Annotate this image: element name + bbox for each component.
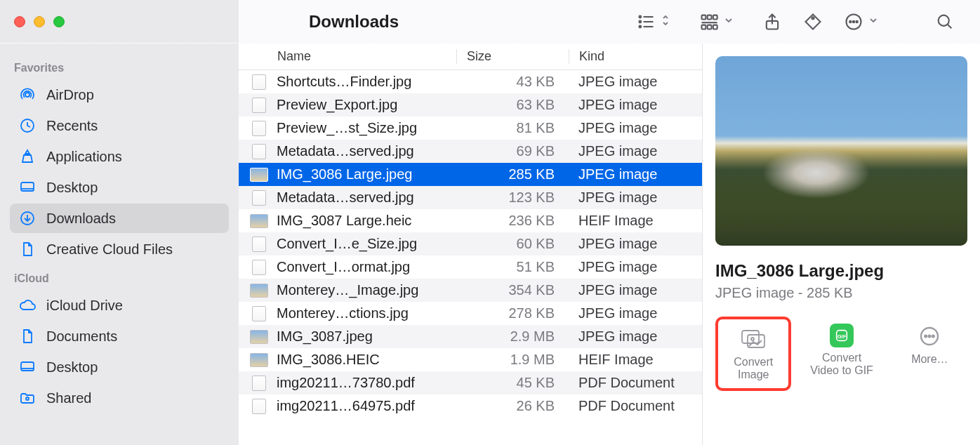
file-name: IMG_3087.jpeg [277,328,456,345]
file-size: 69 KB [456,143,569,159]
sidebar-item-documents[interactable]: Documents [10,321,229,351]
sidebar-item-label: Downloads [46,211,116,227]
sidebar-item-icloud-drive[interactable]: iCloud Drive [10,291,229,320]
svg-rect-27 [21,362,34,371]
file-kind: JPEG image [569,282,702,298]
sidebar-item-desktop[interactable]: Desktop [10,173,229,202]
file-row[interactable]: IMG_3086 Large.jpeg285 KBJPEG image [239,163,702,186]
sidebar-item-creative-cloud-files[interactable]: Creative Cloud Files [10,234,229,264]
file-name: Metadata…served.jpg [277,190,456,206]
file-name: Monterey…_Image.jpg [277,282,456,298]
traffic-light-zone [0,0,239,43]
list-view-icon [632,8,660,36]
svg-point-19 [939,15,949,25]
sidebar-item-airdrop[interactable]: AirDrop [10,80,229,109]
group-by-button[interactable] [695,8,733,36]
clock-icon [18,117,37,135]
file-row[interactable]: img20211…73780.pdf45 KBPDF Document [239,371,702,394]
file-kind: JPEG image [569,328,702,345]
sidebar-item-shared[interactable]: Shared [10,383,229,413]
file-row[interactable]: Monterey…_Image.jpg354 KBJPEG image [239,279,702,302]
sharedfolder-icon [18,389,37,407]
convert-gif-icon: GIF [830,324,854,347]
sidebar-item-label: iCloud Drive [46,298,123,314]
file-size: 63 KB [456,97,569,113]
svg-point-18 [856,20,858,22]
svg-point-4 [639,25,641,27]
file-kind: JPEG image [569,120,702,136]
preview-thumbnail[interactable] [715,56,967,246]
preview-pane: IMG_3086 Large.jpeg JPEG image - 285 KB … [703,44,980,445]
file-row[interactable]: Preview_…st_Size.jpg81 KBJPEG image [239,117,702,140]
file-row[interactable]: Convert_I…e_Size.jpg60 KBJPEG image [239,232,702,255]
svg-rect-12 [713,25,717,29]
file-list: Name Size Kind Shortcuts…Finder.jpg43 KB… [239,44,703,445]
file-size: 354 KB [456,282,569,298]
search-button[interactable] [931,8,959,36]
file-name: Monterey…ctions.jpg [277,305,456,321]
svg-point-38 [932,336,934,338]
sidebar-item-label: Recents [46,118,98,134]
sidebar-item-label: Shared [46,390,92,406]
file-icon [249,376,270,391]
more-icon [915,324,943,349]
toolbar-main: Downloads [239,0,980,43]
file-name: IMG_3087 Large.heic [277,213,456,229]
file-row[interactable]: img20211…64975.pdf26 KBPDF Document [239,394,702,418]
close-window-button[interactable] [14,16,25,27]
file-row[interactable]: Monterey…ctions.jpg278 KBJPEG image [239,302,702,325]
back-button[interactable] [260,11,268,32]
file-kind: PDF Document [569,375,702,391]
quick-action-convert-gif[interactable]: GIFConvert Video to GIF [804,317,879,384]
svg-point-21 [25,93,29,97]
column-name[interactable]: Name [277,49,456,64]
file-row[interactable]: Preview_Export.jpg63 KBJPEG image [239,93,702,117]
view-mode-button[interactable] [632,8,670,36]
file-icon [249,213,270,229]
window-controls [14,16,65,27]
file-size: 2.9 MB [456,328,569,345]
sidebar-item-applications[interactable]: Applications [10,142,229,171]
group-icon [695,8,723,36]
window-title: Downloads [309,12,399,32]
file-size: 285 KB [456,166,569,182]
file-icon [249,237,270,252]
sidebar-item-label: Creative Cloud Files [46,241,173,258]
file-row[interactable]: IMG_3087.jpeg2.9 MBJPEG image [239,325,702,348]
forward-button[interactable] [281,11,289,32]
svg-rect-6 [702,15,706,19]
tags-button[interactable] [799,8,827,36]
svg-point-16 [849,20,851,22]
file-row[interactable]: IMG_3087 Large.heic236 KBHEIF Image [239,209,702,232]
actions-button[interactable] [840,8,878,36]
file-size: 278 KB [456,305,569,321]
svg-point-2 [639,20,641,22]
file-row[interactable]: Shortcuts…Finder.jpg43 KBJPEG image [239,70,702,93]
sidebar-item-downloads[interactable]: Downloads [10,204,229,233]
cloud-icon [18,296,37,314]
column-size[interactable]: Size [456,49,569,64]
file-row[interactable]: Convert_I…ormat.jpg51 KBJPEG image [239,255,702,279]
minimize-window-button[interactable] [34,16,45,27]
zoom-window-button[interactable] [53,16,65,27]
svg-point-0 [639,15,641,18]
share-button[interactable] [758,8,786,36]
quick-actions-row: Convert ImageGIFConvert Video to GIFMore… [715,317,967,391]
sidebar-item-recents[interactable]: Recents [10,111,229,140]
quick-action-label: Convert Video to GIF [807,352,876,377]
file-size: 81 KB [456,120,569,136]
file-icon [249,399,270,414]
file-kind: PDF Document [569,398,702,414]
file-row[interactable]: IMG_3086.HEIC1.9 MBHEIF Image [239,348,702,371]
quick-action-convert-image[interactable]: Convert Image [715,317,791,391]
file-row[interactable]: Metadata…served.jpg123 KBJPEG image [239,186,702,209]
column-kind[interactable]: Kind [569,49,702,64]
sidebar-item-label: AirDrop [46,87,94,103]
preview-subtitle: JPEG image - 285 KB [715,285,967,301]
quick-action-more[interactable]: More… [892,317,967,373]
file-name: Preview_Export.jpg [277,97,456,113]
chevron-down-icon [724,16,733,27]
file-row[interactable]: Metadata…served.jpg69 KBJPEG image [239,140,702,163]
file-icon [249,144,270,159]
sidebar-item-desktop[interactable]: Desktop [10,352,229,382]
